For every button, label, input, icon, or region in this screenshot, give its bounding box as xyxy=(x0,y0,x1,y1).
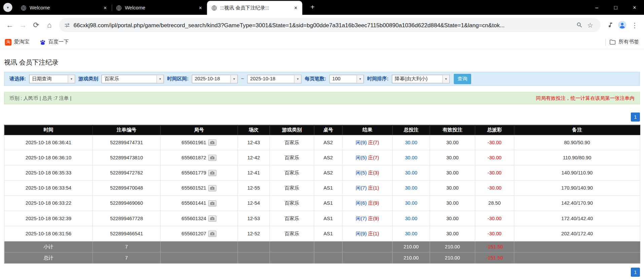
sort-order-select[interactable]: 降幂(由大到小) ▼ xyxy=(392,75,450,83)
window-close-button[interactable]: × xyxy=(625,0,644,15)
browser-toolbar: ← → ⟳ ⌂ 66cxkj98.com/ipl/portal.php/game… xyxy=(0,15,644,35)
cell-table-no: AS1 xyxy=(314,211,342,226)
zoom-icon[interactable] xyxy=(574,20,585,31)
video-replay-icon[interactable] xyxy=(208,231,216,237)
search-button[interactable]: 查询 xyxy=(454,74,471,84)
date-to-select[interactable]: 2025-10-18 ▼ xyxy=(247,75,301,83)
profile-avatar-icon[interactable] xyxy=(616,19,629,31)
cell-table-no: AS2 xyxy=(314,165,342,181)
column-header: 总投注 xyxy=(392,125,430,135)
total-bet-link[interactable]: 30.00 xyxy=(405,170,417,176)
tab-close-icon[interactable]: × xyxy=(197,4,204,11)
menu-dots-icon[interactable]: ⋮ xyxy=(629,19,641,31)
tab-close-icon[interactable]: × xyxy=(102,4,109,11)
date-from-value: 2025-10-18 xyxy=(192,75,231,83)
table-row: 2025-10-18 06:36:10 522899473810 6556018… xyxy=(4,150,640,165)
media-controls-icon[interactable] xyxy=(604,19,616,31)
cell-session: 12-41 xyxy=(238,165,270,181)
video-replay-icon[interactable] xyxy=(208,215,216,222)
cell-game-type: 百家乐 xyxy=(270,226,314,241)
table-row: 2025-10-18 06:35:33 522899472762 6556017… xyxy=(4,165,640,181)
cell-bet-id: 522899474731 xyxy=(92,135,160,150)
bookmark-star-icon[interactable]: ☆ xyxy=(585,20,596,31)
chevron-down-icon: ▼ xyxy=(294,75,301,83)
game-type-value: 百家乐 xyxy=(102,75,156,83)
game-type-select[interactable]: 百家乐 ▼ xyxy=(102,75,164,83)
forward-icon[interactable]: → xyxy=(16,18,30,32)
cell-table-no: AS1 xyxy=(314,181,342,196)
cell-note: 202.40/172.40 xyxy=(514,226,640,241)
pagination-page-button[interactable]: 1 xyxy=(631,113,640,122)
cell-game-type: 百家乐 xyxy=(270,181,314,196)
cell-time: 2025-10-18 06:33:22 xyxy=(4,196,93,211)
url-text: 66cxkj98.com/ipl/portal.php/game/betreco… xyxy=(74,22,574,29)
cell-valid-bet: 30.00 xyxy=(430,135,475,150)
address-bar[interactable]: 66cxkj98.com/ipl/portal.php/game/betreco… xyxy=(59,18,601,32)
cell-valid-bet: 30.00 xyxy=(430,196,475,211)
home-icon[interactable]: ⌂ xyxy=(43,18,56,32)
all-bookmarks-label: 所有书签 xyxy=(618,39,639,46)
cell-result: 闲(9) 庄(1) xyxy=(342,226,392,241)
video-replay-icon[interactable] xyxy=(208,155,216,161)
total-bet-link[interactable]: 30.00 xyxy=(405,155,417,160)
query-mode-select[interactable]: 日期查询 ▼ xyxy=(29,75,75,83)
column-header: 有效投注 xyxy=(430,125,475,135)
page-size-select[interactable]: 100 ▼ xyxy=(330,75,364,83)
tab-title: Welcome xyxy=(125,5,194,11)
total-bet-link[interactable]: 30.00 xyxy=(405,140,417,145)
window-minimize-button[interactable]: – xyxy=(587,0,606,15)
video-replay-icon[interactable] xyxy=(208,140,216,146)
bookmark-label: 百度一下 xyxy=(48,39,69,46)
cell-note: 142.40/170.90 xyxy=(514,196,640,211)
pagination-page-button[interactable]: 1 xyxy=(631,268,640,277)
cell-note: 170.90/140.90 xyxy=(514,181,640,196)
currency-summary-text: 币别 : 人民币 | 总共 :7 注单 | xyxy=(9,95,71,102)
new-tab-button[interactable]: + xyxy=(308,3,317,12)
cell-session: 12-43 xyxy=(238,135,270,150)
cell-game-type: 百家乐 xyxy=(270,211,314,226)
bookmark-baidu[interactable]: 百度一下 xyxy=(39,39,69,46)
video-replay-icon[interactable] xyxy=(208,200,216,206)
site-info-icon[interactable] xyxy=(64,22,70,28)
cell-note: 172.40/142.40 xyxy=(514,211,640,226)
total-bet-link[interactable]: 30.00 xyxy=(405,200,417,206)
cell-payout: -30.00 xyxy=(475,211,514,226)
cell-total-bet: 30.00 xyxy=(392,135,430,150)
bookmark-taobao[interactable]: 淘 爱淘宝 xyxy=(5,39,30,46)
total-bet-link[interactable]: 30.00 xyxy=(405,185,417,191)
total-label: 总计 xyxy=(4,252,93,263)
video-replay-icon[interactable] xyxy=(208,170,216,176)
window-maximize-button[interactable]: □ xyxy=(606,0,625,15)
browser-tab[interactable]: :::视讯 会员下注纪录::: × xyxy=(207,1,302,15)
result-player: 闲(9) xyxy=(356,231,367,236)
tab-search-button[interactable]: ▾ xyxy=(3,3,12,12)
subtotal-count: 7 xyxy=(92,241,160,252)
cell-valid-bet: 30.00 xyxy=(430,226,475,241)
date-from-select[interactable]: 2025-10-18 ▼ xyxy=(192,75,238,83)
cell-game-type: 百家乐 xyxy=(270,165,314,181)
cell-session: 12-54 xyxy=(238,196,270,211)
video-replay-icon[interactable] xyxy=(208,185,216,191)
cell-note: 140.90/110.90 xyxy=(514,165,640,181)
result-player: 闲(6) xyxy=(356,200,367,206)
round-number: 655601521 xyxy=(182,185,206,191)
total-row: 总计 7 210.00 210.00 -151.50 xyxy=(4,252,640,263)
total-bet-link[interactable]: 30.00 xyxy=(405,215,417,221)
total-bet-link[interactable]: 30.00 xyxy=(405,231,417,236)
tab-close-icon[interactable]: × xyxy=(293,4,299,11)
reload-icon[interactable]: ⟳ xyxy=(30,18,43,32)
chevron-down-icon: ▾ xyxy=(7,5,9,9)
back-icon[interactable]: ← xyxy=(3,18,16,32)
cell-session: 12-52 xyxy=(238,226,270,241)
page-size-label: 每页笔数: xyxy=(305,75,326,82)
all-bookmarks-button[interactable]: 所有书签 xyxy=(609,39,639,46)
browser-tab[interactable]: Welcome × xyxy=(112,1,207,15)
cell-total-bet: 30.00 xyxy=(392,150,430,165)
result-banker: 庄(3) xyxy=(368,170,379,175)
browser-tab[interactable]: Welcome × xyxy=(16,1,112,15)
cell-payout: -30.00 xyxy=(475,135,514,150)
table-row: 2025-10-18 06:31:56 522899466541 6556012… xyxy=(4,226,640,241)
cell-game-type: 百家乐 xyxy=(270,150,314,165)
cell-session: 12-53 xyxy=(238,211,270,226)
chevron-down-icon: ▼ xyxy=(356,75,364,83)
